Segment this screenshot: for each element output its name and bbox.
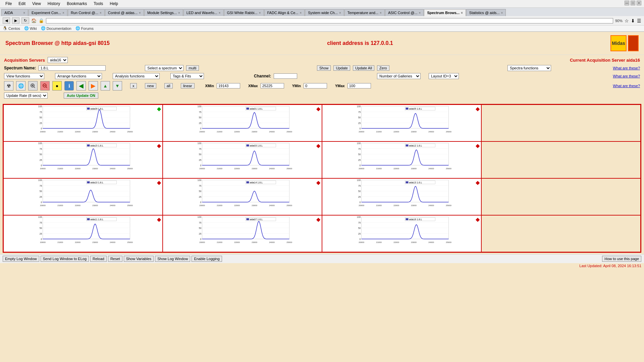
minimize-button[interactable]: — xyxy=(625,1,629,5)
x-button[interactable]: x xyxy=(130,83,137,88)
close-icon[interactable]: × xyxy=(178,11,180,15)
analysis-functions-select[interactable]: Analysis functions xyxy=(113,73,160,79)
tab-asic[interactable]: ASIC Control @... × xyxy=(385,9,424,16)
xmax-input[interactable] xyxy=(261,83,284,88)
bottom-button-4[interactable]: Show Variables xyxy=(124,256,154,262)
arrange-functions-select[interactable]: Arrange functions xyxy=(55,73,102,79)
arrow-left-icon-button[interactable]: ◀ xyxy=(76,81,86,90)
tab-led[interactable]: LED and Wavefo... × xyxy=(183,9,224,16)
new-button[interactable]: new xyxy=(145,83,156,88)
update-button[interactable]: Update xyxy=(333,65,350,71)
close-button[interactable]: × xyxy=(637,1,641,5)
tab-module[interactable]: Module Settings... × xyxy=(144,9,183,16)
back-button[interactable]: ◀ xyxy=(3,17,10,24)
channel-input[interactable] xyxy=(274,73,297,79)
menu-bookmarks[interactable]: Bookmarks xyxy=(64,1,90,7)
bottom-button-1[interactable]: Send Log Window to ELog xyxy=(41,256,89,262)
close-icon[interactable]: × xyxy=(419,11,421,15)
spectrum-cell[interactable]: ◆100755025020000210002200023000240002500… xyxy=(322,215,481,252)
what-are-these-2[interactable]: What are these? xyxy=(613,74,640,78)
layout-id-select[interactable]: Layout ID=3 xyxy=(429,73,459,79)
spectrum-cell[interactable]: ◆100755025020000210002200023000240002500… xyxy=(3,141,163,178)
what-are-these-1[interactable]: What are these? xyxy=(613,66,640,70)
menu-tools[interactable]: Tools xyxy=(91,1,106,7)
globe-icon-button[interactable]: 🌐 xyxy=(16,81,25,90)
close-icon[interactable]: × xyxy=(339,11,341,15)
close-icon[interactable]: × xyxy=(300,11,302,15)
close-icon[interactable]: × xyxy=(219,11,221,15)
what-are-these-3[interactable]: What are these? xyxy=(613,84,640,88)
tab-spectrum[interactable]: Spectrum Brows... × xyxy=(424,9,466,16)
acquisition-server-select[interactable]: aida16 xyxy=(48,57,68,63)
bottom-button-6[interactable]: Enable Logging xyxy=(192,256,222,262)
bookmark-docs[interactable]: 🌐 Documentation xyxy=(41,26,71,31)
close-icon[interactable]: × xyxy=(461,11,463,15)
bottom-button-5[interactable]: Show Log Window xyxy=(155,256,190,262)
update-rate-select[interactable]: Update Rate (8 secs) xyxy=(4,93,48,99)
arrow-right-icon-button[interactable]: ▶ xyxy=(89,81,98,90)
ymax-input[interactable] xyxy=(347,83,371,88)
tab-aida[interactable]: AIDA × xyxy=(1,9,28,16)
spectrum-cell[interactable]: ◆100755025020000210002200023000240002500… xyxy=(322,105,481,141)
bookmark-wiki[interactable]: 🌐 Wiki xyxy=(24,26,37,31)
update-all-button[interactable]: Update All xyxy=(353,65,374,71)
spectrum-cell[interactable]: ◆100755025020000210002200023000240002500… xyxy=(3,215,163,252)
search-plus-icon-button[interactable] xyxy=(28,81,38,90)
tab-system[interactable]: System wide Ch... × xyxy=(305,9,344,16)
tab-experiment[interactable]: Experiment Con... × xyxy=(29,9,67,16)
tab-gsi[interactable]: GSI White Rabbi... × xyxy=(224,9,264,16)
close-icon[interactable]: × xyxy=(23,11,25,15)
tags-fits-select[interactable]: Tags & Fits xyxy=(170,73,204,79)
bookmark-forums[interactable]: 🌐 Forums xyxy=(75,26,94,31)
forward-button[interactable]: ▶ xyxy=(12,17,19,24)
reload-button[interactable]: ↻ xyxy=(21,17,29,24)
bookmark-centos[interactable]: 🐧 Centos xyxy=(3,26,20,31)
close-icon[interactable]: × xyxy=(380,11,382,15)
spectrum-cell[interactable]: ◆100755025020000210002200023000240002500… xyxy=(322,141,481,178)
close-icon[interactable]: × xyxy=(62,11,64,15)
multi-button[interactable]: multi xyxy=(186,65,199,71)
maximize-button[interactable]: □ xyxy=(631,1,635,5)
menu-edit[interactable]: Edit xyxy=(16,1,28,7)
close-icon[interactable]: × xyxy=(139,11,141,15)
ymin-input[interactable] xyxy=(304,83,327,88)
xmin-input[interactable] xyxy=(217,83,240,88)
zero-button[interactable]: Zero xyxy=(377,65,389,71)
menu-history[interactable]: History xyxy=(45,1,63,7)
close-icon[interactable]: × xyxy=(501,11,503,15)
spectrum-cell[interactable]: ◆100755025020000210002200023000240002500… xyxy=(163,215,322,252)
close-icon[interactable]: × xyxy=(259,11,261,15)
all-button[interactable]: all xyxy=(164,83,173,88)
spectrum-cell[interactable]: ◆100755025020000210002200023000240002500… xyxy=(3,105,163,141)
bottom-button-0[interactable]: Empty Log Window xyxy=(3,256,39,262)
menu-icon[interactable]: ☰ xyxy=(637,18,641,23)
show-button[interactable]: Show xyxy=(317,65,331,71)
view-functions-select[interactable]: View functions xyxy=(4,73,44,79)
linear-button[interactable]: linear xyxy=(181,83,195,88)
close-icon[interactable]: × xyxy=(100,11,102,15)
menu-help[interactable]: Help xyxy=(107,1,121,7)
download-icon[interactable]: ⬇ xyxy=(631,18,635,23)
tab-control[interactable]: Control @ aidas... × xyxy=(105,9,144,16)
bookmark-star-icon[interactable]: ☆ xyxy=(625,18,629,23)
tab-fadc[interactable]: FADC Align & Ce... × xyxy=(264,9,305,16)
spectrum-cell[interactable]: ◆100755025020000210002200023000240002500… xyxy=(322,178,481,215)
spectrum-cell[interactable]: ◆100755025020000210002200023000240002500… xyxy=(163,141,322,178)
auto-update-button[interactable]: Auto Update ON xyxy=(64,93,98,99)
spectrum-name-input[interactable] xyxy=(39,65,106,71)
menu-view[interactable]: View xyxy=(30,1,44,7)
info-icon-button[interactable]: ℹ xyxy=(64,81,74,90)
yellow-circle-icon-button[interactable]: ● xyxy=(52,81,62,90)
spectrum-cell[interactable]: ◆100755025020000210002200023000240002500… xyxy=(163,178,322,215)
arrow-up-icon-button[interactable]: ▲ xyxy=(101,81,110,90)
radiation-icon-button[interactable]: ☢ xyxy=(4,81,13,90)
menu-file[interactable]: File xyxy=(3,1,14,7)
tab-temp[interactable]: Temperature and... × xyxy=(344,9,385,16)
search-minus-icon-button[interactable] xyxy=(40,81,50,90)
spectrum-cell[interactable]: ◆100755025020000210002200023000240002500… xyxy=(3,178,163,215)
arrow-down-icon-button[interactable]: ▼ xyxy=(113,81,122,90)
bottom-button-3[interactable]: Reset xyxy=(108,256,122,262)
number-of-galleries-select[interactable]: Number of Galleries xyxy=(377,73,421,79)
select-spectrum-dropdown[interactable]: Select a spectrum xyxy=(145,65,183,71)
tab-statistics[interactable]: Statistics @ aids... × xyxy=(466,9,506,16)
